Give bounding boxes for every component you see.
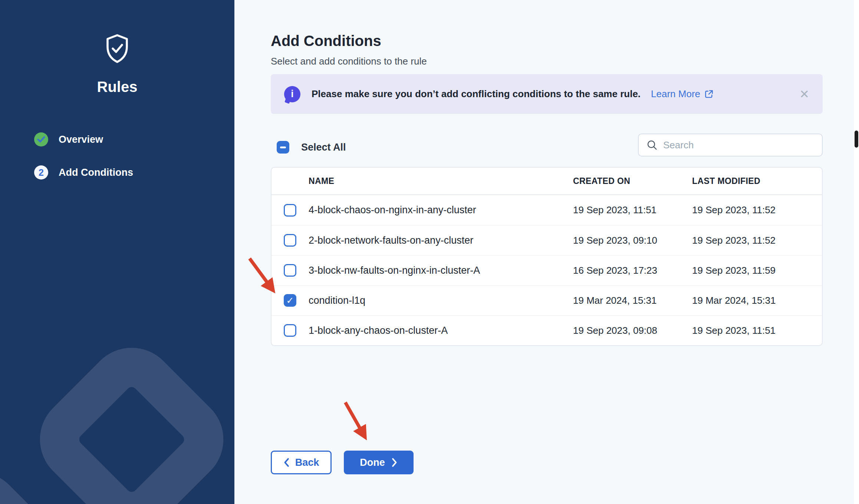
condition-name: 3-block-nw-faults-on-nginx-in-cluster-A xyxy=(309,265,573,276)
table-header: NAME CREATED ON LAST MODIFIED xyxy=(271,168,822,195)
table-row[interactable]: 3-block-nw-faults-on-nginx-in-cluster-A … xyxy=(271,255,822,285)
condition-name: condition-l1q xyxy=(309,295,573,306)
condition-name: 1-block-any-chaos-on-cluster-A xyxy=(309,325,573,336)
wizard-steps: Overview 2 Add Conditions xyxy=(34,132,133,198)
last-modified: 19 Mar 2024, 15:31 xyxy=(692,295,822,306)
step-add-conditions[interactable]: 2 Add Conditions xyxy=(34,165,133,180)
search-box xyxy=(638,134,823,157)
learn-more-link[interactable]: Learn More xyxy=(651,88,714,100)
logo-watermark xyxy=(22,329,234,504)
created-on: 19 Sep 2023, 11:51 xyxy=(573,204,692,216)
page-title: Add Conditions xyxy=(271,33,381,49)
row-checkbox[interactable] xyxy=(284,264,296,277)
step-number-icon: 2 xyxy=(34,165,48,179)
table-row[interactable]: 1-block-any-chaos-on-cluster-A 19 Sep 20… xyxy=(271,315,822,345)
sidebar: Rules Overview 2 Add Conditions xyxy=(0,0,234,504)
column-header-last-modified: LAST MODIFIED xyxy=(692,176,822,186)
banner-message: Please make sure you don’t add conflicti… xyxy=(312,88,641,100)
column-header-created-on: CREATED ON xyxy=(573,176,692,186)
learn-more-label: Learn More xyxy=(651,88,700,100)
table-row[interactable]: 4-block-chaos-on-nginx-in-any-cluster 19… xyxy=(271,195,822,225)
condition-name: 4-block-chaos-on-nginx-in-any-cluster xyxy=(309,204,573,216)
page-subtitle: Select and add conditions to the rule xyxy=(271,56,427,67)
chevron-right-icon xyxy=(391,458,398,467)
done-button[interactable]: Done xyxy=(344,451,414,474)
column-header-name: NAME xyxy=(309,176,573,186)
close-icon[interactable]: ✕ xyxy=(799,88,809,100)
select-all-label: Select All xyxy=(301,142,346,153)
sidebar-title: Rules xyxy=(0,79,234,95)
table-row-selected[interactable]: condition-l1q 19 Mar 2024, 15:31 19 Mar … xyxy=(271,285,822,315)
row-checkbox[interactable] xyxy=(284,324,296,337)
select-all[interactable]: Select All xyxy=(277,141,346,154)
select-all-checkbox[interactable] xyxy=(277,141,289,154)
step-label: Overview xyxy=(59,134,103,145)
last-modified: 19 Sep 2023, 11:52 xyxy=(692,204,822,216)
scrollbar[interactable] xyxy=(854,0,859,504)
info-banner: i Please make sure you don’t add conflic… xyxy=(271,74,823,114)
chevron-left-icon xyxy=(283,458,290,467)
row-checkbox[interactable] xyxy=(284,294,296,307)
info-icon: i xyxy=(284,86,300,102)
last-modified: 19 Sep 2023, 11:52 xyxy=(692,235,822,246)
row-checkbox[interactable] xyxy=(284,234,296,247)
created-on: 19 Mar 2024, 15:31 xyxy=(573,295,692,306)
condition-name: 2-block-network-faults-on-any-cluster xyxy=(309,235,573,246)
created-on: 19 Sep 2023, 09:08 xyxy=(573,325,692,336)
table-row[interactable]: 2-block-network-faults-on-any-cluster 19… xyxy=(271,225,822,255)
last-modified: 19 Sep 2023, 11:51 xyxy=(692,325,822,336)
step-overview[interactable]: Overview xyxy=(34,132,133,147)
row-checkbox[interactable] xyxy=(284,204,296,217)
main-panel: Add Conditions Select and add conditions… xyxy=(234,0,859,504)
search-input[interactable] xyxy=(663,139,814,151)
search-icon xyxy=(646,139,658,151)
conditions-table: NAME CREATED ON LAST MODIFIED 4-block-ch… xyxy=(271,167,823,346)
external-link-icon xyxy=(704,89,714,99)
add-conditions-page: Rules Overview 2 Add Conditions Add Cond… xyxy=(0,0,859,504)
done-label: Done xyxy=(360,457,385,468)
scrollbar-thumb[interactable] xyxy=(855,131,858,148)
created-on: 16 Sep 2023, 17:23 xyxy=(573,265,692,276)
last-modified: 19 Sep 2023, 11:59 xyxy=(692,265,822,276)
created-on: 19 Sep 2023, 09:10 xyxy=(573,235,692,246)
back-label: Back xyxy=(295,457,319,468)
shield-check-icon xyxy=(0,34,234,65)
back-button[interactable]: Back xyxy=(271,451,332,474)
step-complete-icon xyxy=(34,132,48,146)
step-label: Add Conditions xyxy=(59,167,133,178)
